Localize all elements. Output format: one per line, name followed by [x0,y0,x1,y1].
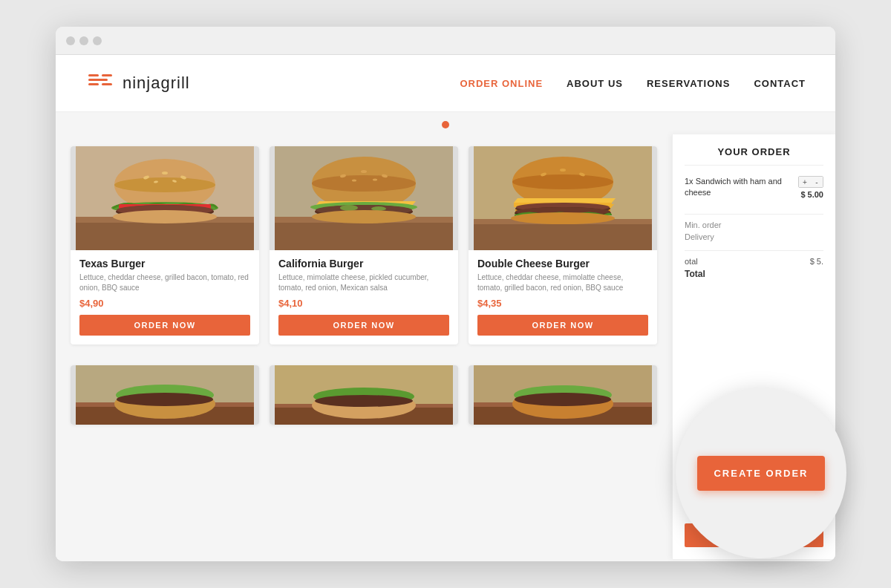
menu-card-california: California Burger Lettuce, mimolatte che… [270,146,458,344]
svg-rect-3 [102,74,112,76]
order-total-row: Total [685,269,823,279]
order-item-name: 1x Sandwich with ham and cheese [685,176,792,199]
svg-point-67 [515,393,611,406]
order-item-price: $ 5.00 [800,190,823,199]
svg-point-41 [512,174,613,189]
order-now-california[interactable]: ORDER NOW [278,315,449,336]
logo-icon [85,68,115,98]
svg-point-29 [352,180,356,182]
menu-card-image-row2-1 [71,365,259,425]
menu-card-doublecheese: Double Cheese Burger Lettuce, cheddar ch… [469,146,657,344]
order-delivery-row: Delivery [685,232,823,241]
menu-card-title-doublecheese: Double Cheese Burger [477,258,648,270]
total-label: Total [685,269,705,279]
dot-red [66,36,75,45]
svg-rect-5 [102,83,112,85]
nav-links: ORDER ONLINE ABOUT US RESERVATIONS CONTA… [460,78,806,89]
order-panel-title: YOUR ORDER [685,146,823,166]
menu-card-row2-2 [270,365,458,425]
svg-point-27 [361,170,367,173]
svg-rect-1 [88,79,103,81]
svg-point-36 [312,210,416,223]
delivery-label: Delivery [685,232,714,241]
logo-text: ninjagrill [123,74,190,93]
menu-card-desc-doublecheese: Lettuce, cheddar cheese, mimolatte chees… [477,272,648,293]
dot-green [93,36,102,45]
create-order-bubble-container: CREATE ORDER [676,388,846,558]
subtotal-label: otal [685,257,698,266]
order-divider-2 [685,250,823,251]
menu-card-desc-california: Lettuce, mimolatte cheese, pickled cucum… [278,272,449,293]
order-now-texas[interactable]: ORDER NOW [79,315,250,336]
order-subtotal-row: otal $ 5. [685,257,823,266]
order-item-controls: + - $ 5.00 [798,176,823,199]
menu-card-body-texas: Texas Burger Lettuce, cheddar cheese, gr… [71,250,259,344]
navigation: ninjagrill ORDER ONLINE ABOUT US RESERVA… [56,55,835,112]
create-order-bubble: CREATE ORDER [676,388,846,558]
menu-card-price-texas: $4,90 [79,298,250,309]
qty-controls: + - [798,176,823,188]
menu-grid: Texas Burger Lettuce, cheddar cheese, gr… [71,146,657,425]
menu-card-body-doublecheese: Double Cheese Burger Lettuce, cheddar ch… [469,250,657,344]
svg-point-30 [373,179,377,181]
menu-card-title-texas: Texas Burger [79,258,250,270]
menu-card-texas: Texas Burger Lettuce, cheddar cheese, gr… [71,146,259,344]
menu-card-row2-3 [469,365,657,425]
menu-card-image-row2-3 [469,365,657,425]
menu-card-image-texas [71,146,259,250]
svg-point-35 [371,206,386,211]
svg-point-34 [340,205,358,211]
svg-rect-0 [88,74,99,76]
menu-card-desc-texas: Lettuce, cheddar cheese, grilled bacon, … [79,272,250,293]
svg-point-55 [117,393,213,406]
carousel-dot[interactable] [442,121,449,128]
menu-card-row2-1 [71,365,259,425]
qty-minus-btn[interactable]: - [811,177,823,187]
nav-reservations[interactable]: RESERVATIONS [647,78,730,89]
svg-rect-4 [102,79,108,81]
min-order-label: Min. order [685,220,722,229]
nav-contact[interactable]: CONTACT [754,78,806,89]
menu-card-body-california: California Burger Lettuce, mimolatte che… [270,250,458,344]
order-item: 1x Sandwich with ham and cheese + - $ 5.… [685,176,823,199]
order-now-doublecheese[interactable]: ORDER NOW [477,315,648,336]
svg-point-10 [114,177,215,192]
carousel-indicator [56,112,835,134]
menu-grid-area: Texas Burger Lettuce, cheddar cheese, gr… [56,134,672,559]
svg-point-20 [113,210,217,223]
order-min-order-row: Min. order [685,220,823,229]
create-order-bubble-btn[interactable]: CREATE ORDER [697,456,824,491]
subtotal-value: $ 5. [810,257,823,266]
svg-point-25 [312,175,416,192]
menu-card-image-row2-2 [270,365,458,425]
menu-card-title-california: California Burger [278,258,449,270]
menu-card-price-california: $4,10 [278,298,449,309]
qty-plus-btn[interactable]: + [799,177,811,187]
menu-card-image-california [270,146,458,250]
svg-point-49 [511,212,615,224]
svg-point-12 [162,172,168,174]
svg-rect-2 [88,83,99,85]
menu-card-price-doublecheese: $4,35 [477,298,648,309]
order-divider-1 [685,214,823,215]
menu-card-image-doublecheese [469,146,657,250]
nav-about-us[interactable]: ABOUT US [567,78,623,89]
dot-yellow [79,36,88,45]
svg-point-43 [560,169,566,172]
browser-chrome [56,27,835,55]
nav-order-online[interactable]: ORDER ONLINE [460,78,543,89]
svg-point-61 [315,395,413,407]
browser-dots [66,36,102,45]
logo: ninjagrill [85,68,190,98]
